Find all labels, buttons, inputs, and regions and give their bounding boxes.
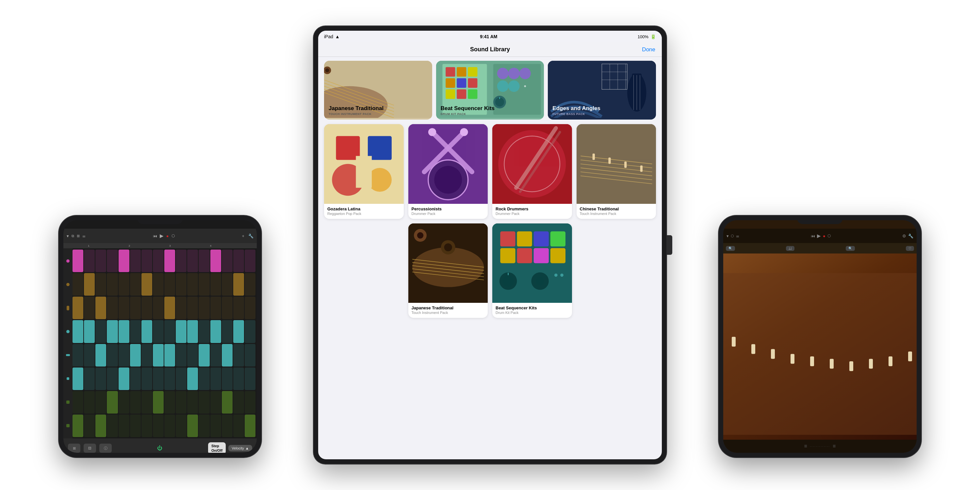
seq-cell-1-13[interactable] — [222, 273, 232, 296]
seq-cell-6-4[interactable] — [119, 391, 129, 414]
seq-cell-4-4[interactable] — [119, 344, 129, 366]
seq-cell-6-7[interactable] — [153, 391, 164, 414]
seq-cell-3-6[interactable] — [142, 320, 152, 343]
seq-cell-2-9[interactable] — [176, 297, 186, 319]
pack-card-japanese-pack[interactable]: Japanese Traditional Touch Instrument Pa… — [408, 223, 488, 318]
seq-cell-0-2[interactable] — [95, 250, 106, 272]
koto-skip-back-icon[interactable]: ⏮ — [811, 234, 815, 239]
seq-cell-7-6[interactable] — [142, 415, 152, 437]
koto-record-icon[interactable]: ● — [823, 234, 826, 239]
seq-cell-4-11[interactable] — [199, 344, 209, 366]
seq-cell-7-13[interactable] — [222, 415, 232, 437]
seq-cell-2-3[interactable] — [107, 297, 118, 319]
seq-cell-1-14[interactable] — [233, 273, 244, 296]
grid-icon[interactable]: ⊞ — [77, 234, 80, 238]
seq-cell-6-8[interactable] — [164, 391, 175, 414]
seq-cell-5-13[interactable] — [222, 368, 232, 390]
seq-cell-5-7[interactable] — [153, 368, 164, 390]
seq-cell-1-5[interactable] — [130, 273, 141, 296]
seq-cell-5-11[interactable] — [199, 368, 209, 390]
info-icon[interactable]: ⓘ — [99, 444, 112, 453]
seq-cell-0-1[interactable] — [84, 250, 95, 272]
seq-cell-2-14[interactable] — [233, 297, 244, 319]
seq-cell-1-8[interactable] — [164, 273, 175, 296]
koto-wrench-icon[interactable]: 🔧 — [908, 234, 913, 239]
pack-card-beat-seq-pack[interactable]: Beat Sequencer Kits Drum Kit Pack — [492, 223, 572, 318]
seq-cell-0-10[interactable] — [187, 250, 198, 272]
seq-cell-5-9[interactable] — [176, 368, 186, 390]
pack-card-percussionists[interactable]: Percussionists Drummer Pack — [408, 124, 488, 219]
seq-cell-1-15[interactable] — [245, 273, 255, 296]
seq-cell-2-15[interactable] — [245, 297, 255, 319]
seq-cell-5-1[interactable] — [84, 368, 95, 390]
seq-cell-0-3[interactable] — [107, 250, 118, 272]
seq-cell-4-9[interactable] — [176, 344, 186, 366]
seq-cell-5-2[interactable] — [95, 368, 106, 390]
seq-cell-0-9[interactable] — [176, 250, 186, 272]
seq-cell-0-8[interactable] — [164, 250, 175, 272]
seq-cell-1-2[interactable] — [95, 273, 106, 296]
seq-cell-6-9[interactable] — [176, 391, 186, 414]
play-icon[interactable]: ▶ — [160, 233, 164, 239]
seq-cell-0-4[interactable] — [119, 250, 129, 272]
koto-camera-icon[interactable]: ⬡ — [731, 234, 734, 238]
seq-cell-7-15[interactable] — [245, 415, 255, 437]
sliders-icon[interactable]: ⚌ — [82, 234, 86, 238]
seq-cell-1-9[interactable] — [176, 273, 186, 296]
featured-card-japanese[interactable]: Japanese Traditional TOUCH INSTRUMENT PA… — [324, 61, 432, 119]
seq-cell-0-14[interactable] — [233, 250, 244, 272]
seq-cell-5-3[interactable] — [107, 368, 118, 390]
seq-cell-6-10[interactable] — [187, 391, 198, 414]
seq-cell-3-1[interactable] — [84, 320, 95, 343]
seq-cell-3-15[interactable] — [245, 320, 255, 343]
seq-cell-2-2[interactable] — [95, 297, 106, 319]
seq-cell-7-5[interactable] — [130, 415, 141, 437]
seq-cell-5-14[interactable] — [233, 368, 244, 390]
seq-cell-7-7[interactable] — [153, 415, 164, 437]
seq-cell-6-6[interactable] — [142, 391, 152, 414]
seq-cell-4-6[interactable] — [142, 344, 152, 366]
seq-cell-3-10[interactable] — [187, 320, 198, 343]
seq-step-grid[interactable] — [73, 248, 257, 438]
seq-cell-4-12[interactable] — [210, 344, 221, 366]
seq-cell-2-1[interactable] — [84, 297, 95, 319]
koto-heart-button[interactable]: ♡ — [906, 246, 914, 251]
seq-cell-1-7[interactable] — [153, 273, 164, 296]
seq-cell-3-0[interactable] — [73, 320, 83, 343]
seq-cell-3-12[interactable] — [210, 320, 221, 343]
seq-cell-0-11[interactable] — [199, 250, 209, 272]
seq-cell-2-8[interactable] — [164, 297, 175, 319]
seq-cell-2-0[interactable] — [73, 297, 83, 319]
seq-cell-3-13[interactable] — [222, 320, 232, 343]
seq-cell-2-11[interactable] — [199, 297, 209, 319]
step-on-off-button[interactable]: StepOn/Off — [208, 442, 226, 453]
seq-cell-5-12[interactable] — [210, 368, 221, 390]
track-select-icon[interactable]: ▾ — [67, 234, 69, 239]
plus-icon[interactable]: + — [242, 234, 244, 239]
koto-notes-button[interactable]: ♩♩ — [786, 246, 794, 251]
seq-cell-1-6[interactable] — [142, 273, 152, 296]
seq-cell-5-15[interactable] — [245, 368, 255, 390]
seq-cell-7-2[interactable] — [95, 415, 106, 437]
record-icon[interactable]: ● — [166, 234, 169, 239]
seq-cell-7-9[interactable] — [176, 415, 186, 437]
seq-cell-1-4[interactable] — [119, 273, 129, 296]
seq-cell-4-0[interactable] — [73, 344, 83, 366]
seq-cell-0-13[interactable] — [222, 250, 232, 272]
pack-card-gozadera[interactable]: Gozadera Latina Reggaeton Pop Pack — [324, 124, 404, 219]
pack-card-rock-drummers[interactable]: Rock Drummers Drummer Pack — [492, 124, 572, 219]
seq-cell-7-11[interactable] — [199, 415, 209, 437]
metronome-icon[interactable]: ⬡ — [172, 234, 175, 238]
seq-cell-3-8[interactable] — [164, 320, 175, 343]
seq-cell-3-14[interactable] — [233, 320, 244, 343]
seq-cell-0-15[interactable] — [245, 250, 255, 272]
done-button[interactable]: Done — [642, 46, 655, 53]
seq-cell-0-6[interactable] — [142, 250, 152, 272]
seq-cell-3-3[interactable] — [107, 320, 118, 343]
seq-cell-4-2[interactable] — [95, 344, 106, 366]
seq-cell-7-12[interactable] — [210, 415, 221, 437]
seq-cell-2-6[interactable] — [142, 297, 152, 319]
seq-cell-3-4[interactable] — [119, 320, 129, 343]
koto-gear-icon[interactable]: ⚙ — [902, 234, 906, 239]
seq-cell-7-8[interactable] — [164, 415, 175, 437]
